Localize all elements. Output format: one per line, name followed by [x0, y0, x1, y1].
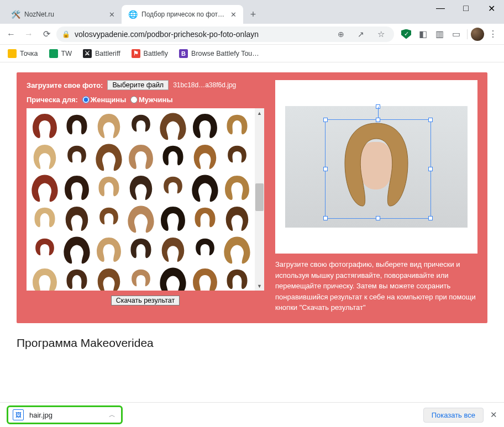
hairstyle-grid-container: ▲ ▼: [27, 108, 264, 291]
scroll-down-icon[interactable]: ▼: [255, 281, 264, 291]
widget-left-column: Загрузите свое фото: Выберите файл 31bc1…: [27, 80, 264, 313]
resize-handle-s[interactable]: [376, 216, 380, 220]
maximize-button[interactable]: □: [453, 0, 479, 17]
menu-button[interactable]: ⋮: [485, 27, 501, 42]
download-filename: hair.jpg: [29, 411, 103, 419]
chevron-up-icon[interactable]: ︿: [109, 410, 116, 420]
download-result-button[interactable]: Скачать результат: [111, 296, 180, 305]
page-viewport[interactable]: Загрузите свое фото: Выберите файл 31bc1…: [0, 62, 504, 402]
resize-handle-se[interactable]: [428, 216, 433, 220]
hairstyle-thumb[interactable]: [30, 235, 60, 264]
hairstyle-thumb[interactable]: [30, 266, 60, 291]
bookmark-item[interactable]: B Browse Battlefy Tou…: [175, 47, 264, 60]
hairstyle-thumb[interactable]: [62, 204, 92, 233]
hairstyle-thumb[interactable]: [158, 235, 188, 264]
hairstyle-thumb[interactable]: [158, 112, 188, 140]
scrollbar[interactable]: ▲ ▼: [255, 108, 264, 291]
show-all-downloads-button[interactable]: Показать все: [423, 408, 484, 423]
forward-button[interactable]: →: [21, 27, 36, 42]
bookmark-item[interactable]: Точка: [3, 47, 43, 60]
resize-handle-n[interactable]: [376, 118, 380, 122]
gender-male-radio[interactable]: [130, 96, 138, 103]
hairstyle-thumb[interactable]: [62, 173, 92, 202]
hairstyle-thumb[interactable]: [62, 266, 92, 291]
preview-photo[interactable]: [285, 106, 468, 228]
hairstyle-thumb[interactable]: [222, 204, 252, 233]
hairstyle-thumb[interactable]: [126, 173, 156, 202]
hairstyle-thumb[interactable]: [94, 112, 124, 140]
hairstyle-thumb[interactable]: [62, 143, 92, 171]
bookmark-item[interactable]: TW: [45, 47, 76, 60]
close-window-button[interactable]: ✕: [479, 0, 504, 17]
resize-handle-nw[interactable]: [323, 118, 328, 122]
hairstyle-thumb[interactable]: [126, 266, 156, 291]
hairstyle-thumb[interactable]: [158, 143, 188, 171]
hairstyle-thumb[interactable]: [94, 173, 124, 202]
choose-file-button[interactable]: Выберите файл: [107, 80, 169, 90]
hairstyle-thumb[interactable]: [158, 266, 188, 291]
shield-extension-icon[interactable]: ✓: [398, 27, 414, 42]
hairstyle-thumb[interactable]: [190, 204, 220, 233]
hairstyle-thumb[interactable]: [190, 266, 220, 291]
hairstyle-thumb[interactable]: [94, 266, 124, 291]
image-file-icon: 🖼: [13, 409, 24, 420]
hairstyle-thumb[interactable]: [222, 143, 252, 171]
hairstyle-thumb[interactable]: [30, 112, 60, 140]
sidebar-extension-icon[interactable]: ◧: [415, 27, 431, 42]
profile-avatar[interactable]: [471, 28, 484, 41]
hairstyle-thumb[interactable]: [126, 204, 156, 233]
hairstyle-thumb[interactable]: [62, 112, 92, 140]
hairstyle-thumb[interactable]: [190, 173, 220, 202]
new-tab-button[interactable]: +: [245, 7, 261, 22]
download-item[interactable]: 🖼 hair.jpg ︿: [7, 405, 123, 424]
hairstyle-thumb[interactable]: [126, 112, 156, 140]
hairstyle-thumb[interactable]: [62, 235, 92, 264]
tool-extension-icon[interactable]: ▥: [432, 27, 447, 42]
resize-handle-w[interactable]: [323, 167, 328, 171]
address-bar[interactable]: 🔒 volosvypadenie.com/podbor-prichesok-po…: [56, 27, 394, 42]
bookmark-star-icon[interactable]: ☆: [373, 27, 389, 42]
hairstyle-thumb[interactable]: [190, 143, 220, 171]
scroll-up-icon[interactable]: ▲: [255, 108, 264, 118]
tab-title: NozNet.ru: [24, 10, 103, 18]
bookmark-label: Точка: [20, 50, 38, 57]
resize-handle-e[interactable]: [428, 167, 433, 171]
hairstyle-thumb[interactable]: [190, 235, 220, 264]
scroll-thumb[interactable]: [255, 183, 264, 211]
bookmark-item[interactable]: ⚑ Battlefly: [127, 47, 172, 60]
hairstyle-thumb[interactable]: [222, 173, 252, 202]
hairstyle-thumb[interactable]: [126, 143, 156, 171]
hairstyle-thumb[interactable]: [222, 235, 252, 264]
hairstyle-thumb[interactable]: [126, 235, 156, 264]
bookmark-item[interactable]: ⚔ Battleriff: [78, 47, 125, 60]
bookmark-label: TW: [61, 50, 72, 57]
hairstyle-thumb[interactable]: [222, 266, 252, 291]
hairstyle-thumb[interactable]: [94, 235, 124, 264]
hairstyle-thumb[interactable]: [190, 112, 220, 140]
minimize-button[interactable]: —: [428, 0, 453, 17]
hairstyle-thumb[interactable]: [94, 204, 124, 233]
hairstyle-thumb[interactable]: [158, 173, 188, 202]
hairstyle-thumb[interactable]: [30, 143, 60, 171]
gender-female-radio[interactable]: [82, 96, 90, 103]
tab-noznet[interactable]: 🛠️ NozNet.ru ✕: [4, 5, 122, 24]
zoom-icon[interactable]: ⊕: [333, 27, 349, 42]
close-icon[interactable]: ✕: [107, 10, 116, 19]
resize-handle-sw[interactable]: [323, 216, 328, 220]
hairstyle-grid[interactable]: [27, 108, 255, 291]
close-icon[interactable]: ✕: [229, 10, 238, 19]
hairstyle-thumb[interactable]: [222, 112, 252, 140]
hairstyle-thumb[interactable]: [158, 204, 188, 233]
hairstyle-thumb[interactable]: [30, 204, 60, 233]
tab-active[interactable]: 🌐 Подбор причесок по фото онла ✕: [122, 5, 243, 24]
hairstyle-thumb[interactable]: [30, 173, 60, 202]
share-icon[interactable]: ↗: [353, 27, 369, 42]
hairstyle-thumb[interactable]: [94, 143, 124, 171]
back-button[interactable]: ←: [3, 27, 19, 42]
selection-box[interactable]: [325, 119, 431, 219]
tab-title: Подбор причесок по фото онла: [141, 10, 224, 18]
reload-button[interactable]: ⟳: [39, 27, 54, 42]
phone-extension-icon[interactable]: ▭: [448, 27, 464, 42]
resize-handle-ne[interactable]: [428, 118, 433, 122]
close-shelf-icon[interactable]: ✕: [490, 410, 497, 420]
